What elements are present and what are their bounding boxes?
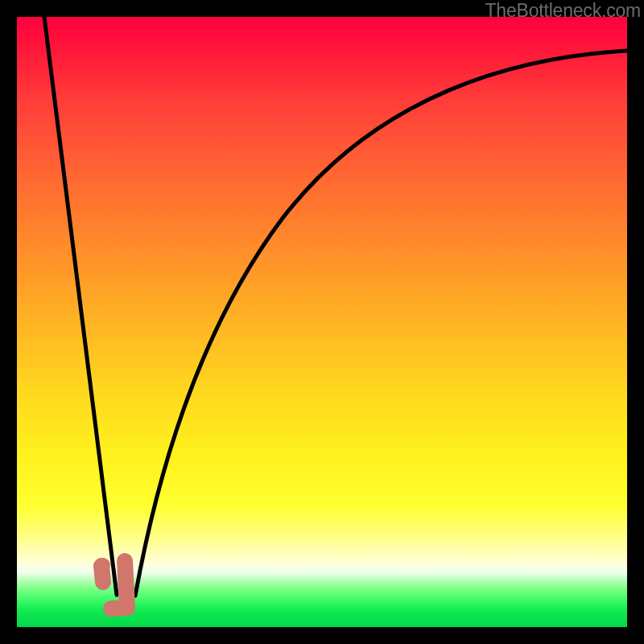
- plot-area: [17, 17, 627, 627]
- chart-frame: TheBottleneck.com: [0, 0, 644, 644]
- chart-overlay: [17, 17, 627, 627]
- curve-right-arm: [135, 51, 627, 596]
- curve-left-arm: [44, 17, 117, 595]
